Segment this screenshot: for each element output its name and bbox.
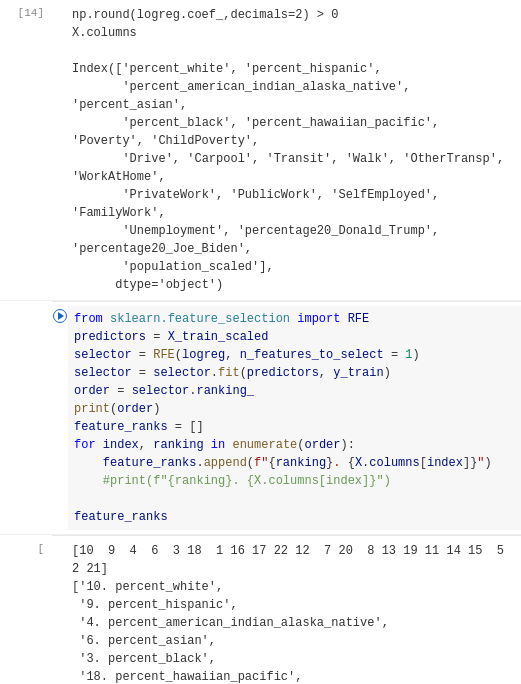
run-triangle-icon bbox=[58, 312, 64, 320]
notebook: [14] np.round(logreg.coef_,decimals=2) >… bbox=[0, 0, 521, 684]
output-cell-3: [ [10 9 4 6 3 18 1 16 17 22 12 7 20 8 13… bbox=[0, 536, 521, 684]
cell-label-3: [ bbox=[0, 540, 52, 684]
cell-label-1: [14] bbox=[0, 4, 52, 296]
cell-number-3: [ bbox=[37, 543, 44, 555]
output-text-3: [10 9 4 6 3 18 1 16 17 22 12 7 20 8 13 1… bbox=[72, 542, 517, 684]
cell-run-indicator-1 bbox=[52, 4, 68, 296]
cell-content-output-1: np.round(logreg.coef_,decimals=2) > 0 X.… bbox=[68, 4, 521, 296]
output-cell-1: [14] np.round(logreg.coef_,decimals=2) >… bbox=[0, 0, 521, 301]
code-text-2: from sklearn.feature_selection import RF… bbox=[74, 310, 515, 526]
cell-label-2 bbox=[0, 306, 52, 530]
run-button-2[interactable] bbox=[53, 309, 67, 323]
cell-run-indicator-2[interactable] bbox=[52, 306, 68, 530]
output-text-1: np.round(logreg.coef_,decimals=2) > 0 X.… bbox=[72, 6, 517, 294]
cell-run-indicator-3 bbox=[52, 540, 68, 684]
cell-number-1: [14] bbox=[18, 7, 44, 19]
cell-content-output-3: [10 9 4 6 3 18 1 16 17 22 12 7 20 8 13 1… bbox=[68, 540, 521, 684]
code-cell-2: from sklearn.feature_selection import RF… bbox=[0, 302, 521, 535]
cell-content-code-2: from sklearn.feature_selection import RF… bbox=[68, 306, 521, 530]
